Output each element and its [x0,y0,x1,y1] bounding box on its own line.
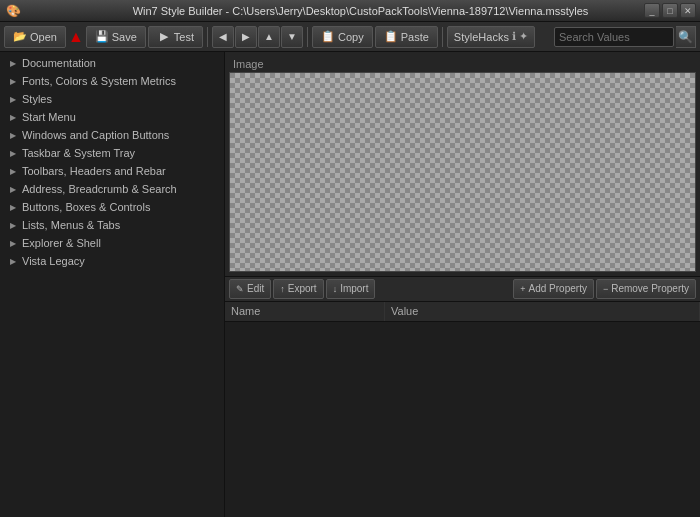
up-button[interactable]: ▲ [258,26,280,48]
name-column-header: Name [225,302,385,321]
toolbar: 📂 Open ▲ 💾 Save ▶ Test ◀ ▶ ▲ ▼ 📋 Copy 📋 … [0,22,700,52]
properties-body [225,322,700,518]
edit-icon: ✎ [236,284,244,294]
sidebar-item-label: Documentation [22,57,220,69]
arrow-icon: ▶ [10,113,18,122]
test-button[interactable]: ▶ Test [148,26,203,48]
sidebar-item-label: Styles [22,93,220,105]
add-icon: + [520,284,525,294]
sidebar-item-styles[interactable]: ▶ Styles [0,90,224,108]
sidebar-item-label: Lists, Menus & Tabs [22,219,220,231]
add-property-button[interactable]: + Add Property [513,279,594,299]
sidebar-item-label: Start Menu [22,111,220,123]
sidebar-item-explorer[interactable]: ▶ Explorer & Shell [0,234,224,252]
search-button[interactable]: 🔍 [676,26,696,48]
arrow-icon: ▶ [10,185,18,194]
sidebar-item-label: Toolbars, Headers and Rebar [22,165,220,177]
arrow-indicator: ▲ [68,28,84,46]
main-layout: ▶ Documentation ▶ Fonts, Colors & System… [0,52,700,517]
down-button[interactable]: ▼ [281,26,303,48]
back-button[interactable]: ◀ [212,26,234,48]
sidebar-item-vista-legacy[interactable]: ▶ Vista Legacy [0,252,224,270]
stylehacks-extra-icon: ✦ [519,30,528,43]
sidebar-item-toolbars[interactable]: ▶ Toolbars, Headers and Rebar [0,162,224,180]
sidebar-item-taskbar[interactable]: ▶ Taskbar & System Tray [0,144,224,162]
remove-property-button[interactable]: − Remove Property [596,279,696,299]
arrow-icon: ▶ [10,221,18,230]
import-button[interactable]: ↓ Import [326,279,376,299]
image-canvas [229,72,696,272]
right-panel: Image ✎ Edit ↑ Export ↓ Import + Add Pro… [225,52,700,517]
save-button[interactable]: 💾 Save [86,26,146,48]
arrow-icon: ▶ [10,149,18,158]
copy-button[interactable]: 📋 Copy [312,26,373,48]
sidebar-item-label: Fonts, Colors & System Metrics [22,75,220,87]
arrow-icon: ▶ [10,77,18,86]
sidebar-item-start-menu[interactable]: ▶ Start Menu [0,108,224,126]
bottom-right-buttons: + Add Property − Remove Property [513,279,696,299]
sidebar-item-label: Taskbar & System Tray [22,147,220,159]
sidebar-item-buttons[interactable]: ▶ Buttons, Boxes & Controls [0,198,224,216]
arrow-icon: ▶ [10,167,18,176]
separator-3 [442,27,443,47]
open-button[interactable]: 📂 Open [4,26,66,48]
value-column-header: Value [385,302,700,321]
nav-group: ◀ ▶ ▲ ▼ [212,26,303,48]
save-icon: 💾 [95,30,109,44]
separator-1 [207,27,208,47]
app-icon: 🎨 [6,4,21,18]
sidebar-item-label: Vista Legacy [22,255,220,267]
sidebar-item-fonts-colors[interactable]: ▶ Fonts, Colors & System Metrics [0,72,224,90]
export-button[interactable]: ↑ Export [273,279,323,299]
test-icon: ▶ [157,30,171,44]
edit-button[interactable]: ✎ Edit [229,279,271,299]
minimize-button[interactable]: _ [644,3,660,18]
image-label: Image [233,58,264,70]
window-controls: _ □ ✕ [644,3,696,18]
info-icon: ℹ [512,30,516,43]
forward-button[interactable]: ▶ [235,26,257,48]
sidebar-item-lists-menus[interactable]: ▶ Lists, Menus & Tabs [0,216,224,234]
paste-icon: 📋 [384,30,398,44]
arrow-icon: ▶ [10,203,18,212]
close-button[interactable]: ✕ [680,3,696,18]
properties-header: Name Value [225,302,700,322]
sidebar-item-label: Explorer & Shell [22,237,220,249]
sidebar-item-label: Address, Breadcrumb & Search [22,183,220,195]
stylehacks-button[interactable]: StyleHacks ℹ ✦ [447,26,535,48]
import-icon: ↓ [333,284,338,294]
sidebar-item-address[interactable]: ▶ Address, Breadcrumb & Search [0,180,224,198]
sidebar-item-documentation[interactable]: ▶ Documentation [0,54,224,72]
sidebar-item-label: Buttons, Boxes & Controls [22,201,220,213]
sidebar-item-label: Windows and Caption Buttons [22,129,220,141]
open-icon: 📂 [13,30,27,44]
paste-button[interactable]: 📋 Paste [375,26,438,48]
arrow-icon: ▶ [10,59,18,68]
arrow-icon: ▶ [10,95,18,104]
remove-icon: − [603,284,608,294]
arrow-icon: ▶ [10,131,18,140]
title-bar: 🎨 Win7 Style Builder - C:\Users\Jerry\De… [0,0,700,22]
arrow-icon: ▶ [10,239,18,248]
arrow-icon: ▶ [10,257,18,266]
bottom-action-toolbar: ✎ Edit ↑ Export ↓ Import + Add Property … [225,276,700,302]
copy-icon: 📋 [321,30,335,44]
properties-area: Name Value [225,302,700,518]
sidebar-item-windows-caption[interactable]: ▶ Windows and Caption Buttons [0,126,224,144]
sidebar: ▶ Documentation ▶ Fonts, Colors & System… [0,52,225,517]
image-area: Image [225,52,700,276]
title-text: Win7 Style Builder - C:\Users\Jerry\Desk… [27,5,694,17]
export-icon: ↑ [280,284,285,294]
search-input[interactable] [554,27,674,47]
separator-2 [307,27,308,47]
maximize-button[interactable]: □ [662,3,678,18]
